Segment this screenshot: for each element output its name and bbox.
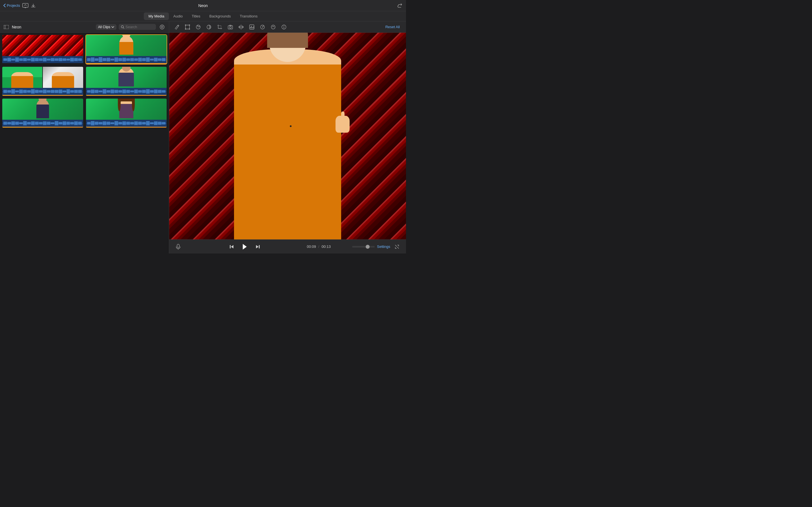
search-bar[interactable] (119, 24, 156, 30)
top-bar: Projects Neon (0, 0, 406, 11)
svg-point-17 (189, 29, 190, 30)
import-btn[interactable] (31, 3, 36, 8)
svg-rect-5 (4, 25, 9, 29)
media-item-neon-red[interactable] (2, 34, 84, 64)
current-time: 00:09 (307, 244, 316, 249)
clips-dropdown[interactable]: All Clips (96, 24, 116, 30)
tab-audio[interactable]: Audio (169, 12, 187, 20)
add-to-timeline-btn[interactable] (22, 3, 29, 8)
svg-point-32 (284, 25, 284, 26)
settings-link[interactable]: Settings (377, 244, 390, 249)
svg-point-9 (160, 25, 164, 29)
video-preview (169, 33, 406, 239)
editor-toolbar: Reset All (169, 21, 406, 33)
sidebar-toggle[interactable] (3, 24, 10, 31)
svg-rect-35 (230, 245, 231, 248)
svg-rect-13 (186, 25, 190, 29)
library-name: Neon (12, 25, 21, 29)
left-panel: Neon All Clips (0, 21, 169, 253)
greenscreen-btn[interactable] (269, 23, 277, 31)
svg-point-16 (185, 29, 186, 30)
video-controls: 00:09 / 00:13 Settings (169, 239, 406, 253)
speed-btn[interactable] (258, 23, 267, 31)
info-btn[interactable] (280, 23, 288, 31)
crop-btn[interactable] (215, 23, 224, 31)
svg-rect-20 (228, 25, 233, 29)
reset-all-button[interactable]: Reset All (383, 24, 403, 30)
svg-point-21 (230, 26, 232, 28)
svg-point-15 (189, 24, 190, 25)
zoom-handle[interactable] (366, 245, 370, 249)
svg-point-10 (161, 26, 163, 28)
search-input[interactable] (125, 25, 154, 29)
media-grid (0, 33, 169, 253)
expand-icon (395, 244, 399, 249)
media-item-person-2[interactable] (2, 66, 84, 96)
media-item-person-1[interactable] (86, 34, 167, 64)
magic-wand-btn[interactable] (172, 23, 181, 31)
main-layout: Neon All Clips (0, 21, 406, 253)
preview-person (234, 33, 341, 239)
media-item-person-3[interactable] (86, 66, 167, 96)
tab-my-media[interactable]: My Media (144, 12, 168, 20)
svg-point-29 (271, 25, 275, 29)
tab-transitions[interactable]: Transitions (235, 12, 262, 20)
svg-rect-0 (22, 3, 28, 7)
zoom-slider[interactable] (352, 246, 375, 247)
right-panel: Reset All (169, 21, 406, 253)
window-title: Neon (198, 3, 207, 8)
transform-btn[interactable] (183, 23, 192, 31)
total-time: 00:13 (321, 244, 331, 249)
microphone-btn[interactable] (174, 242, 183, 251)
timeline-zoom (352, 246, 375, 247)
media-settings-btn[interactable] (158, 23, 166, 31)
svg-line-3 (24, 4, 26, 6)
svg-point-28 (262, 26, 263, 27)
share-btn[interactable] (397, 3, 403, 8)
svg-line-8 (123, 27, 124, 29)
camera-btn[interactable] (226, 23, 235, 31)
media-item-person-5[interactable] (86, 98, 167, 128)
expand-btn[interactable] (393, 242, 402, 251)
svg-rect-33 (177, 244, 179, 247)
tab-titles[interactable]: Titles (187, 12, 205, 20)
back-label: Projects (7, 3, 20, 8)
skip-forward-btn[interactable] (253, 242, 262, 251)
left-panel-header: Neon All Clips (0, 21, 169, 33)
microphone-icon (176, 244, 181, 249)
svg-point-14 (185, 24, 186, 25)
audio-btn[interactable] (237, 23, 245, 31)
correction-btn[interactable] (194, 23, 202, 31)
svg-rect-36 (259, 245, 260, 248)
media-item-person-4[interactable] (2, 98, 84, 128)
filter-btn[interactable] (205, 23, 213, 31)
play-button[interactable] (240, 242, 250, 252)
svg-point-7 (121, 25, 123, 28)
chart-btn[interactable] (248, 23, 256, 31)
svg-line-4 (26, 4, 27, 6)
skip-back-btn[interactable] (227, 242, 236, 251)
tab-backgrounds[interactable]: Backgrounds (205, 12, 236, 20)
search-icon (121, 25, 124, 29)
back-button[interactable]: Projects (3, 3, 20, 8)
media-tabs: My Media Audio Titles Backgrounds Transi… (0, 11, 406, 21)
